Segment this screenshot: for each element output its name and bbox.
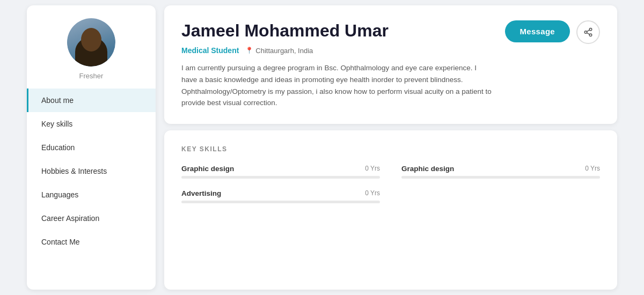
- location-icon: 📍: [245, 47, 253, 54]
- profile-name: Jameel Mohammed Umar: [181, 20, 494, 41]
- sidebar-item-career-aspiration[interactable]: Career Aspiration: [27, 206, 156, 230]
- fresher-label: Fresher: [79, 72, 104, 80]
- avatar: [67, 18, 115, 67]
- skill-yrs: 0 Yrs: [365, 189, 380, 197]
- sidebar: Fresher About me Key skills Education Ho…: [27, 5, 156, 290]
- skill-item: Graphic design 0 Yrs: [401, 165, 600, 179]
- sidebar-item-languages[interactable]: Languages: [27, 183, 156, 206]
- skills-card: KEY SKILLS Graphic design 0 Yrs Graphic …: [164, 130, 617, 290]
- sidebar-item-key-skills[interactable]: Key skills: [27, 112, 156, 136]
- location-text: Chittaurgarh, India: [255, 47, 313, 55]
- profile-actions: Message: [505, 20, 600, 44]
- sidebar-item-education[interactable]: Education: [27, 136, 156, 159]
- skill-bar-bg: [401, 176, 600, 179]
- profile-info: Jameel Mohammed Umar Medical Student 📍 C…: [181, 20, 494, 109]
- sidebar-item-hobbies[interactable]: Hobbies & Interests: [27, 159, 156, 183]
- bio-text: I am currently pursuing a degree program…: [181, 62, 494, 108]
- skill-item: Graphic design 0 Yrs: [181, 165, 380, 179]
- location: 📍 Chittaurgarh, India: [245, 47, 313, 55]
- svg-line-3: [587, 33, 589, 34]
- sidebar-nav: About me Key skills Education Hobbies & …: [27, 88, 156, 254]
- skill-bar-bg: [181, 201, 380, 203]
- message-button[interactable]: Message: [505, 20, 570, 42]
- profile-card: Jameel Mohammed Umar Medical Student 📍 C…: [164, 5, 617, 124]
- skill-item: Advertising 0 Yrs: [181, 189, 380, 203]
- svg-line-4: [587, 30, 589, 32]
- skills-section-title: KEY SKILLS: [181, 145, 600, 153]
- sidebar-item-about-me[interactable]: About me: [27, 88, 156, 112]
- main-content: Jameel Mohammed Umar Medical Student 📍 C…: [156, 5, 617, 290]
- skill-yrs: 0 Yrs: [365, 165, 380, 172]
- skill-yrs: 0 Yrs: [585, 165, 600, 172]
- skill-name: Advertising: [181, 189, 221, 197]
- skill-name: Graphic design: [181, 165, 234, 173]
- profile-meta: Medical Student 📍 Chittaurgarh, India: [181, 46, 494, 55]
- skill-name: Graphic design: [401, 165, 454, 173]
- sidebar-item-contact-me[interactable]: Contact Me: [27, 230, 156, 254]
- share-button[interactable]: [576, 20, 600, 44]
- role-badge: Medical Student: [181, 46, 239, 55]
- skills-grid: Graphic design 0 Yrs Graphic design 0 Yr…: [181, 165, 600, 203]
- skill-bar-bg: [181, 176, 380, 179]
